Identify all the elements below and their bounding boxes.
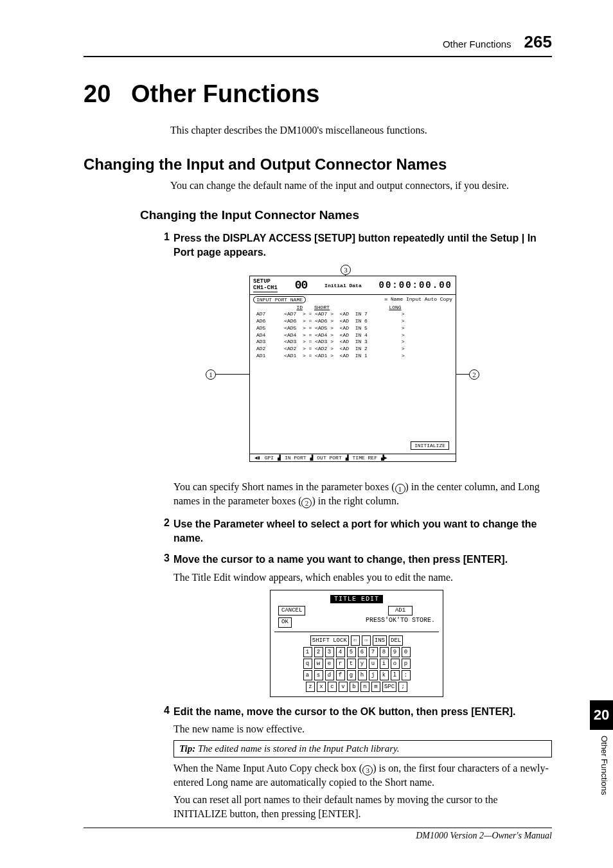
lcd2-key: m [371,682,380,692]
step-4-text: Edit the name, move the cursor to the OK… [173,705,552,719]
lcd-screen-inport: SETUPCH1-CH1 00 Initial Data 00:00:00.00… [249,276,456,462]
inline-callout-2: 2 [301,498,312,508]
lcd2-key: q [303,659,312,669]
tip-text: The edited name is stored in the Input P… [195,743,399,754]
subsection-heading: Changing the Input Connector Names [140,208,552,222]
section-heading: Changing the Input and Output Connector … [84,155,552,173]
lcd2-row-numbers: 1234567890 [274,646,439,658]
lcd2-key: u [369,659,378,669]
lcd2-row-qwerty: qwertyuiop [274,658,439,669]
thumb-tab: 20 [590,700,613,730]
inline-callout-3: 3 [362,765,373,775]
lcd2-key: y [358,659,367,669]
step-2-text: Use the Parameter wheel to select a port… [173,517,552,545]
lcd2-key: o [391,659,400,669]
lcd2-key: x [317,682,326,692]
lcd-figure-1: 3 1 2 SETUPCH1-CH1 00 Initial Data 00:00… [173,267,552,472]
closing-text: When the Name Input Auto Copy check box … [173,763,362,774]
lcd2-key: : [402,670,411,680]
lcd-timecode: 00:00:00.00 [379,280,452,290]
page-header: Other Functions 265 [84,32,552,57]
lcd2-key: 7 [369,647,378,657]
lcd-bottom-tab: IN PORT [283,455,308,461]
lcd-col-short: SHORT [303,305,341,310]
tip-box: Tip: The edited name is stored in the In… [173,740,552,757]
lcd-row: AD2 <AD2 > = <AD2 > <AD IN 2 > [256,346,449,353]
step-4-body: The new name is now effective. [173,722,552,736]
lcd-initialize-button: INITIALIZE [411,441,449,450]
closing-paragraphs: When the Name Input Auto Copy check box … [173,761,552,821]
closing-text-2: You can reset all port names to their de… [173,793,552,820]
step-1: 1 Press the DISPLAY ACCESS [SETUP] butto… [150,231,552,259]
lcd2-key: 1 [303,647,312,657]
lcd2-key: n [360,682,369,692]
tip-label: Tip: [179,743,195,754]
lcd-row: AD3 <AD3 > = <AD3 > <AD IN 3 > [256,339,449,346]
step-3-text: Move the cursor to a name you want to ch… [173,553,552,567]
lcd2-value-field: AD1 [388,606,413,616]
lcd2-del-key: DEL [389,635,403,646]
lcd2-arrow-left-icon: ⇦ [351,635,360,646]
step-3: 3 Move the cursor to a name you want to … [150,553,552,584]
lcd2-key: 3 [325,647,334,657]
lcd-channel-label: CH1-CH1 [253,285,278,291]
step-number: 3 [150,553,170,584]
lcd-row: AD4 <AD4 > = <AD4 > <AD IN 4 > [256,332,449,339]
lcd2-arrow-right-icon: ⇨ [362,635,371,646]
figure-caption: You can specify Short names in the param… [173,480,552,508]
lcd2-key: 9 [391,647,400,657]
lcd2-shift-lock: SHIFT LOCK [310,635,349,646]
header-section: Other Functions [443,39,511,49]
lcd-page-tab: INPUT PORT NAME [253,296,306,303]
lcd-row: AD6 <AD6 > = <AD6 > <AD IN 6 > [256,318,449,325]
callout-3-circle: 3 [341,265,351,275]
page-footer: DM1000 Version 2—Owner's Manual [84,828,552,841]
thumb-tab-label: Other Functions [600,736,609,795]
lcd2-key: w [314,659,323,669]
lcd-autocopy-checkbox: Name Input Auto Copy [391,296,452,302]
lcd-row: AD7 <AD7 > = <AD7 > <AD IN 7 > [256,311,449,318]
lcd-col-id: ID [256,305,303,310]
lcd2-key: g [347,670,356,680]
callout-2-circle: 2 [469,369,479,380]
lcd2-row-zxcv: zxcvbnmSPC; [274,681,439,693]
lcd-row: AD1 <AD1 > = <AD1 > <AD IN 1 > [256,353,449,360]
step-1-text: Press the DISPLAY ACCESS [SETUP] button … [173,231,552,259]
lcd-title-edit: TITLE EDIT CANCEL OK AD1 PRESS'OK'TO STO… [270,590,443,697]
lcd-col-long: LONG [341,305,449,310]
lcd2-key: 8 [380,647,389,657]
chapter-number: 20 [84,80,111,107]
lcd2-key: ; [398,682,407,692]
lcd2-key: c [328,682,337,692]
lcd2-key: j [369,670,378,680]
lcd-bottom-tab: GPI [263,455,276,461]
lcd-scene-name: Initial Data [324,283,362,288]
lcd2-key: i [380,659,389,669]
step-3-body: The Title Edit window appears, which ena… [173,571,552,585]
lcd2-key: 4 [336,647,345,657]
lcd-scene-number: 00 [295,279,308,292]
step-number: 1 [150,231,170,259]
callout-1-circle: 1 [206,369,216,380]
lcd-bottom-tab: TIME REF [351,455,379,461]
lcd2-row-asdf: asdfghjkl: [274,669,439,681]
lcd2-hint: PRESS'OK'TO STORE. [366,617,435,624]
header-page-number: 265 [524,32,552,52]
caption-text: ) in the right column. [312,495,399,506]
lcd2-key: f [336,670,345,680]
lcd2-key: 6 [358,647,367,657]
lcd-bottom-tab: OUT PORT [315,455,343,461]
lcd2-cancel-button: CANCEL [278,606,305,616]
inline-callout-1: 1 [395,484,405,494]
lcd2-key: 0 [402,647,411,657]
caption-text: You can specify Short names in the param… [173,481,395,492]
lcd2-key: d [325,670,334,680]
lcd2-key: SPC [382,682,396,692]
lcd2-title: TITLE EDIT [330,595,383,603]
callout-1: 1 [206,369,216,380]
section-intro: You can change the default name of the i… [170,180,552,191]
lcd-figure-2: TITLE EDIT CANCEL OK AD1 PRESS'OK'TO STO… [270,590,552,697]
lcd2-key: a [303,670,312,680]
step-number: 4 [150,705,170,736]
lcd2-key: h [358,670,367,680]
